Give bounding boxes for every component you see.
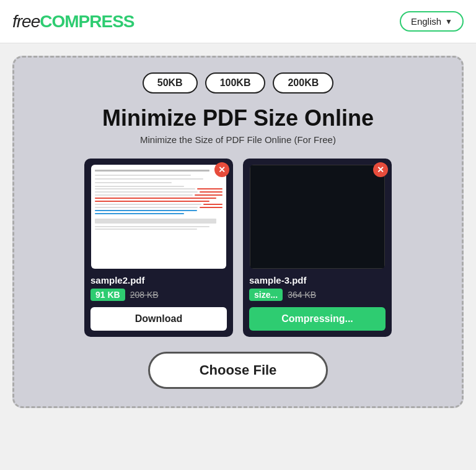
file-name-2: sample-3.pdf <box>249 275 386 285</box>
drop-zone: 50KB 100KB 200KB Minimize PDF Size Onlin… <box>12 56 464 408</box>
language-selector[interactable]: English ▼ <box>400 11 464 32</box>
compressed-size-2: size... <box>249 289 283 301</box>
page-title: Minimize PDF Size Online <box>102 106 374 131</box>
language-label: English <box>411 16 441 27</box>
doc-preview <box>91 165 226 269</box>
download-button-1[interactable]: Download <box>90 307 227 331</box>
close-file-2-button[interactable]: ✕ <box>373 162 388 177</box>
dark-preview <box>250 165 385 269</box>
logo-free-text: free <box>12 12 40 31</box>
size-pill-50kb[interactable]: 50KB <box>143 72 198 94</box>
file-name-1: sample2.pdf <box>90 275 227 285</box>
logo: freeCOMPRESS <box>12 12 134 32</box>
compressing-button-2[interactable]: Compressing... <box>249 307 386 331</box>
size-pill-200kb[interactable]: 200KB <box>273 72 333 94</box>
choose-file-button[interactable]: Choose File <box>148 352 328 389</box>
file-sizes-2: size... 364 KB <box>249 289 386 301</box>
file-preview-2 <box>250 165 385 269</box>
compressed-size-1: 91 KB <box>90 289 125 301</box>
size-pill-100kb[interactable]: 100KB <box>205 72 266 94</box>
header: freeCOMPRESS English ▼ <box>0 0 476 43</box>
file-preview-1 <box>91 165 226 269</box>
file-sizes-1: 91 KB 208 KB <box>90 289 227 301</box>
file-card-2: ✕ sample-3.pdf size... 364 KB Compressin… <box>243 159 392 337</box>
page-subtitle: Minimize the Size of PDF File Online (Fo… <box>140 134 336 145</box>
original-size-1: 208 KB <box>130 290 159 300</box>
original-size-2: 364 KB <box>288 290 316 300</box>
files-row: ✕ <box>84 159 392 337</box>
main-content: 50KB 100KB 200KB Minimize PDF Size Onlin… <box>0 43 476 420</box>
size-pills-row: 50KB 100KB 200KB <box>143 72 334 94</box>
chevron-down-icon: ▼ <box>445 17 452 26</box>
logo-compress-text: COMPRESS <box>40 12 134 31</box>
close-file-1-button[interactable]: ✕ <box>214 162 229 177</box>
file-card-1: ✕ <box>84 159 233 337</box>
